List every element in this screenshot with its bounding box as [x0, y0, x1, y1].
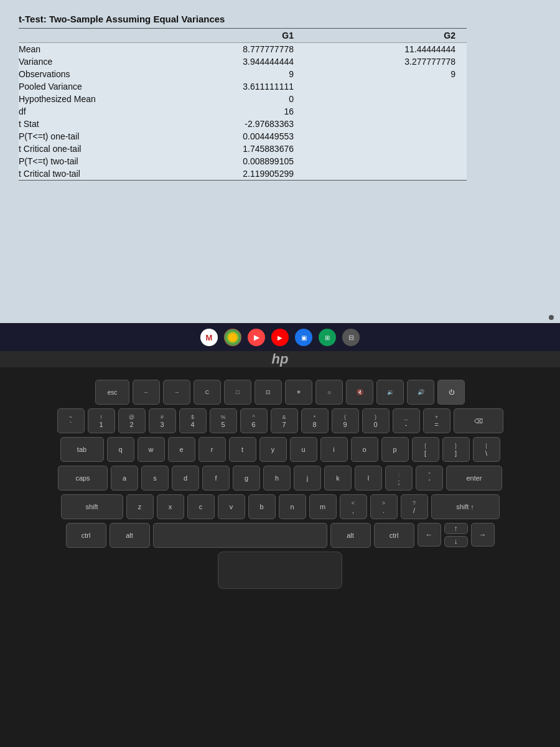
equals-key[interactable]: +=	[423, 408, 450, 433]
mute-key[interactable]: 🔇	[346, 380, 373, 405]
row-g2-0: 11.44444444	[305, 43, 467, 56]
power-key[interactable]: ⏻	[437, 380, 465, 405]
esc-key[interactable]: esc	[95, 380, 129, 405]
d-key[interactable]: d	[172, 466, 199, 491]
3-key[interactable]: #3	[149, 408, 176, 433]
s-key[interactable]: s	[141, 466, 169, 491]
taskbar: M ▶ ▶ ▣ ⊞ ⊟	[0, 324, 560, 351]
row-g2-6	[305, 118, 467, 130]
5-key[interactable]: %5	[210, 408, 237, 433]
caps-key[interactable]: caps	[58, 466, 108, 491]
row-g1-10: 2.119905299	[143, 167, 305, 181]
meet-icon[interactable]: ▣	[295, 329, 312, 346]
semicolon-key[interactable]: :;	[385, 466, 413, 491]
quote-key[interactable]: "'	[416, 466, 443, 491]
1-key[interactable]: !1	[88, 408, 115, 433]
k-key[interactable]: k	[324, 466, 352, 491]
bright-up-key[interactable]: ☼	[315, 380, 343, 405]
b-key[interactable]: b	[248, 494, 276, 519]
space-key[interactable]	[153, 523, 327, 548]
down-arrow-key[interactable]: ↓	[444, 536, 468, 547]
a-key[interactable]: a	[111, 466, 138, 491]
i-key[interactable]: i	[320, 437, 348, 462]
vol-up-key[interactable]: 🔊	[407, 380, 434, 405]
backspace-key[interactable]: ⌫	[454, 408, 503, 433]
6-key[interactable]: ^6	[240, 408, 268, 433]
h-key[interactable]: h	[263, 466, 291, 491]
period-key[interactable]: >.	[370, 494, 398, 519]
touchpad[interactable]	[218, 552, 342, 589]
right-ctrl-key[interactable]: ctrl	[374, 523, 414, 548]
row-g2-8	[305, 143, 467, 155]
fullscreen-key[interactable]: □	[224, 380, 251, 405]
left-alt-key[interactable]: alt	[110, 523, 150, 548]
sheets-icon[interactable]: ⊞	[319, 329, 336, 346]
rbracket-key[interactable]: }]	[442, 437, 470, 462]
bright-down-key[interactable]: ☀	[285, 380, 312, 405]
l-key[interactable]: l	[355, 466, 382, 491]
row-label-2: Observations	[19, 68, 143, 80]
chrome-icon[interactable]	[224, 329, 241, 346]
e-key[interactable]: e	[168, 437, 195, 462]
left-ctrl-key[interactable]: ctrl	[66, 523, 106, 548]
vol-down-key[interactable]: 🔉	[376, 380, 404, 405]
row-g1-9: 0.008899105	[143, 155, 305, 167]
row-g1-6: -2.97683363	[143, 118, 305, 130]
backslash-key[interactable]: |\	[473, 437, 500, 462]
u-key[interactable]: u	[290, 437, 317, 462]
row-g2-1: 3.277777778	[305, 55, 467, 68]
0-key[interactable]: )0	[362, 408, 390, 433]
y-key[interactable]: y	[259, 437, 287, 462]
p-key[interactable]: p	[381, 437, 409, 462]
w-key[interactable]: w	[138, 437, 165, 462]
row-label-5: df	[19, 105, 143, 118]
up-arrow-key[interactable]: ↑	[444, 523, 468, 534]
r-key[interactable]: r	[198, 437, 226, 462]
window-key[interactable]: ⊡	[254, 380, 282, 405]
g-key[interactable]: g	[233, 466, 260, 491]
lbracket-key[interactable]: {[	[412, 437, 439, 462]
z-key[interactable]: z	[126, 494, 154, 519]
row-label-10: t Critical two-tail	[19, 167, 143, 181]
minus-key[interactable]: _-	[393, 408, 420, 433]
app-icon[interactable]: ⊟	[342, 329, 360, 346]
c-key[interactable]: c	[187, 494, 215, 519]
col-g2-header: G2	[305, 29, 467, 43]
slash-key[interactable]: ?/	[401, 494, 428, 519]
tilde-key[interactable]: ~`	[57, 408, 85, 433]
x-key[interactable]: x	[157, 494, 184, 519]
2-key[interactable]: @2	[118, 408, 146, 433]
refresh-key[interactable]: C	[194, 380, 221, 405]
row-g1-3: 3.611111111	[143, 80, 305, 93]
j-key[interactable]: j	[294, 466, 321, 491]
power-indicator	[549, 315, 554, 320]
left-arrow-key[interactable]: ←	[418, 523, 441, 547]
row-g2-2: 9	[305, 68, 467, 80]
fwd-key[interactable]: →	[163, 380, 190, 405]
gmail-icon[interactable]: M	[200, 329, 218, 346]
7-key[interactable]: &7	[271, 408, 298, 433]
youtube-icon[interactable]: ▶	[271, 329, 289, 346]
tab-key[interactable]: tab	[60, 437, 104, 462]
right-shift-key[interactable]: shift ↑	[431, 494, 500, 519]
row-g2-5	[305, 105, 467, 118]
9-key[interactable]: (9	[332, 408, 359, 433]
right-alt-key[interactable]: alt	[330, 523, 371, 548]
row-g1-7: 0.004449553	[143, 130, 305, 143]
comma-key[interactable]: <,	[340, 494, 367, 519]
right-arrow-key[interactable]: →	[471, 523, 495, 547]
4-key[interactable]: $4	[179, 408, 207, 433]
t-key[interactable]: t	[229, 437, 256, 462]
enter-key[interactable]: enter	[446, 466, 502, 491]
n-key[interactable]: n	[279, 494, 306, 519]
row-label-1: Variance	[19, 55, 143, 68]
v-key[interactable]: v	[218, 494, 245, 519]
8-key[interactable]: *8	[301, 408, 329, 433]
play-icon[interactable]: ▶	[248, 329, 265, 346]
left-shift-key[interactable]: shift	[61, 494, 123, 519]
f-key[interactable]: f	[202, 466, 230, 491]
back-key[interactable]: ←	[133, 380, 160, 405]
q-key[interactable]: q	[107, 437, 134, 462]
o-key[interactable]: o	[351, 437, 378, 462]
m-key[interactable]: m	[309, 494, 337, 519]
